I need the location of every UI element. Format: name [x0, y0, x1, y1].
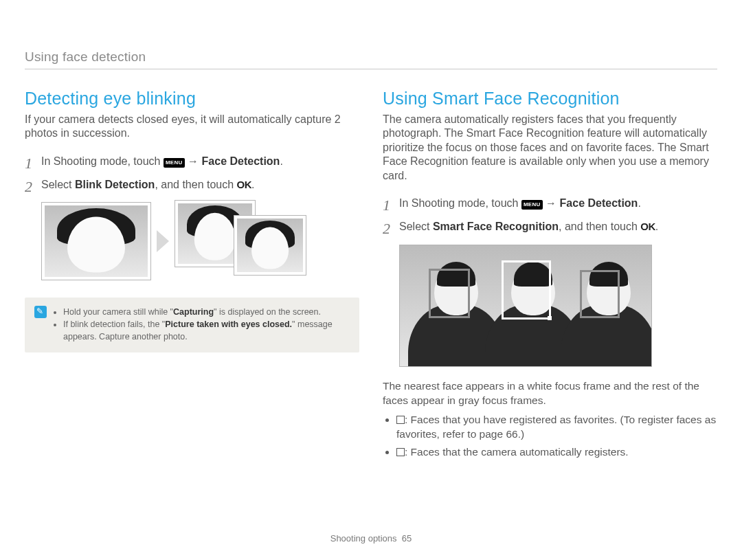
note-text: Hold your camera still while " [63, 307, 173, 317]
footnote-text: : Faces that you have registered as favo… [396, 414, 716, 439]
sfr-footnote-list: : Faces that you have registered as favo… [383, 413, 717, 459]
step-text: Select [399, 221, 433, 232]
focus-frame-gray [429, 269, 470, 318]
note-icon [34, 306, 47, 318]
focus-dot [548, 316, 552, 320]
sfr-illustration [399, 245, 652, 367]
note-item: If blink detection fails, the "Picture t… [63, 318, 350, 343]
note-text: " is displayed on the screen. [214, 307, 321, 317]
blink-steps: In Shooting mode, touch MENU → Face Dete… [25, 153, 359, 193]
sfr-steps: In Shooting mode, touch MENU → Face Dete… [383, 195, 717, 235]
left-column: Detecting eye blinking If your camera de… [25, 89, 359, 464]
step-text: . [655, 221, 658, 232]
blink-photo-before [41, 202, 151, 280]
section-title-blink: Detecting eye blinking [25, 89, 359, 109]
step-bold: Face Detection [560, 197, 638, 209]
sfr-footnotes: The nearest face appears in a white focu… [383, 379, 717, 459]
section-title-sfr: Using Smart Face Recognition [383, 89, 717, 109]
step-text: . [280, 155, 282, 167]
running-header: Using face detection [25, 49, 717, 65]
focus-frame-white [502, 260, 551, 320]
blink-photo-b [234, 215, 306, 276]
sfr-footnote-item: : Faces that the camera automatically re… [396, 445, 717, 459]
step-text: , and then touch [155, 179, 236, 190]
step-text: In Shooting mode, touch [41, 155, 164, 167]
blink-illustration [41, 200, 359, 282]
step-text: Select [41, 179, 75, 190]
note-box: Hold your camera still while "Capturing"… [25, 298, 359, 352]
step-bold: Smart Face Recognition [433, 221, 559, 232]
step-text: → [543, 197, 560, 209]
step-text: . [638, 197, 640, 209]
note-item: Hold your camera still while "Capturing"… [63, 306, 350, 318]
page-footer: Shooting options 65 [0, 533, 742, 544]
sfr-intro: The camera automatically registers faces… [383, 113, 717, 183]
step-text: In Shooting mode, touch [399, 197, 521, 209]
step-text: . [251, 179, 254, 190]
blink-intro: If your camera detects closed eyes, it w… [25, 113, 359, 141]
sfr-step-2: Select Smart Face Recognition, and then … [383, 219, 717, 235]
note-bold: Capturing [173, 307, 214, 317]
focus-frame-gray [580, 270, 620, 318]
footnote-text: : Faces that the camera automatically re… [405, 446, 629, 458]
step-text: → [185, 155, 202, 167]
blink-photo-pair [175, 200, 312, 282]
step-bold: Face Detection [202, 155, 280, 167]
square-favorite-icon [396, 416, 405, 424]
note-text: If blink detection fails, the " [63, 320, 165, 329]
ok-icon: OK [640, 221, 655, 232]
sfr-footnote-item: : Faces that you have registered as favo… [396, 413, 717, 441]
blink-step-2: Select Blink Detection, and then touch O… [25, 177, 359, 193]
blink-step-1: In Shooting mode, touch MENU → Face Dete… [25, 153, 359, 170]
header-divider [25, 69, 717, 69]
square-auto-icon [396, 448, 405, 456]
sfr-step-1: In Shooting mode, touch MENU → Face Dete… [383, 195, 717, 212]
note-list: Hold your camera still while "Capturing"… [54, 306, 350, 343]
footer-section: Shooting options [330, 533, 397, 544]
note-bold: Picture taken with eyes closed. [165, 320, 292, 329]
menu-icon: MENU [164, 158, 185, 168]
arrow-right-icon [157, 230, 169, 252]
menu-icon: MENU [521, 200, 543, 210]
right-column: Using Smart Face Recognition The camera … [383, 89, 717, 464]
two-column-layout: Detecting eye blinking If your camera de… [25, 89, 717, 464]
step-bold: Blink Detection [75, 179, 155, 190]
sfr-footnote-paragraph: The nearest face appears in a white focu… [383, 379, 717, 407]
ok-icon: OK [237, 179, 252, 190]
footer-page-number: 65 [402, 533, 412, 544]
step-text: , and then touch [559, 221, 640, 232]
